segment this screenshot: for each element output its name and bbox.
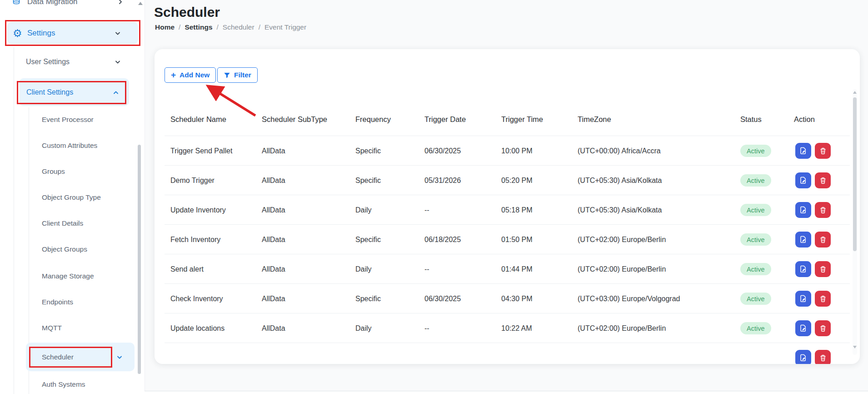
sidebar-item-auth-systems[interactable]: Auth Systems [0, 374, 145, 394]
column-header-action: Action [794, 115, 815, 124]
chevron-up-icon[interactable] [113, 89, 119, 96]
cell-name: Demo Trigger [170, 177, 215, 185]
sidebar-item-event-processor[interactable]: Event Processor [0, 109, 145, 130]
sidebar-item-groups[interactable]: Groups [0, 161, 145, 182]
chevron-right-icon[interactable] [117, 0, 124, 5]
cell-name: Fetch Inventory [170, 236, 220, 244]
delete-button[interactable] [815, 202, 831, 218]
sidebar-item-label: Endpoints [42, 298, 73, 306]
delete-button[interactable] [815, 143, 831, 159]
status-badge: Active [740, 204, 771, 216]
table-scroll-down-arrow-icon[interactable] [853, 346, 857, 349]
sidebar-item-client-settings[interactable]: Client Settings [0, 78, 145, 106]
cell-frequency: Specific [355, 236, 381, 244]
sidebar-item-label: Client Settings [26, 88, 73, 96]
edit-button[interactable] [795, 232, 811, 248]
sidebar-item-label: Auth Systems [42, 380, 85, 389]
footer-divider [145, 391, 868, 394]
cell-subtype: AllData [262, 236, 285, 244]
cell-timezone: (UTC+02:00) Europe/Berlin [578, 236, 666, 244]
filter-button[interactable]: Filter [217, 67, 258, 83]
chevron-down-icon[interactable] [116, 354, 123, 360]
sidebar-scrollbar-thumb[interactable] [138, 145, 141, 374]
cell-trigger-date: 06/30/2025 [424, 295, 461, 303]
cell-trigger-date: -- [424, 206, 429, 214]
delete-button[interactable] [815, 232, 831, 248]
cell-timezone: (UTC+05:30) Asia/Kolkata [578, 177, 662, 185]
edit-button[interactable] [795, 143, 811, 159]
status-badge: Active [740, 145, 771, 157]
delete-button[interactable] [815, 172, 831, 188]
sidebar-item-object-groups[interactable]: Object Groups [0, 239, 145, 260]
cell-timezone: (UTC+05:30) Asia/Kolkata [578, 206, 662, 214]
breadcrumb-event-trigger: Event Trigger [264, 23, 306, 31]
edit-button[interactable] [795, 172, 811, 188]
column-header-scheduler-name: Scheduler Name [170, 115, 226, 124]
column-header-scheduler-subtype: Scheduler SubType [262, 115, 327, 124]
delete-button[interactable] [815, 261, 831, 277]
sidebar-item-label: Groups [42, 167, 65, 176]
cell-timezone: (UTC+02:00) Europe/Berlin [578, 324, 666, 333]
table-scroll-up-arrow-icon[interactable] [853, 91, 857, 94]
sidebar-item-manage-storage[interactable]: Manage Storage [0, 266, 145, 287]
breadcrumb-separator: / [179, 23, 180, 31]
status-badge: Active [740, 322, 771, 334]
cell-name: Send alert [170, 265, 204, 273]
scheduler-table-card: + Add New Filter Scheduler NameScheduler… [155, 49, 860, 364]
delete-button[interactable] [815, 291, 831, 307]
table-scrollbar-thumb[interactable] [853, 97, 857, 251]
cell-name: Trigger Send Pallet [170, 147, 232, 155]
sidebar-item-user-settings[interactable]: User Settings [0, 51, 145, 73]
sidebar-item-scheduler[interactable]: Scheduler [0, 343, 145, 371]
add-new-label: Add New [180, 71, 210, 79]
column-header-timezone: TimeZone [578, 115, 611, 124]
breadcrumb-separator: / [217, 23, 219, 31]
sidebar-item-label: User Settings [26, 58, 70, 66]
table-row: Trigger Send PalletAllDataSpecific06/30/… [165, 136, 850, 166]
cell-timezone: (UTC+02:00) Europe/Berlin [578, 265, 666, 273]
cell-timezone: (UTC+00:00) Africa/Accra [578, 147, 661, 155]
edit-button[interactable] [795, 291, 811, 307]
table-row: Check InventoryAllDataSpecific06/30/2025… [165, 283, 850, 313]
delete-button[interactable] [815, 350, 831, 364]
breadcrumb-settings[interactable]: Settings [185, 23, 212, 31]
table-row: Fetch InventoryAllDataSpecific06/18/2025… [165, 224, 850, 254]
add-new-button[interactable]: + Add New [165, 67, 216, 83]
sidebar-item-endpoints[interactable]: Endpoints [0, 292, 145, 313]
sidebar-item-label: Data Migration [27, 0, 78, 6]
edit-button[interactable] [795, 261, 811, 277]
edit-button[interactable] [795, 350, 811, 364]
delete-button[interactable] [815, 320, 831, 336]
sidebar-item-mqtt[interactable]: MQTT [0, 318, 145, 338]
cell-trigger-time: 04:30 PM [501, 295, 532, 303]
cell-subtype: AllData [262, 177, 285, 185]
sidebar-item-label: Object Group Type [42, 193, 101, 202]
cell-frequency: Specific [355, 177, 381, 185]
cell-subtype: AllData [262, 206, 285, 214]
cell-subtype: AllData [262, 295, 285, 303]
chevron-down-icon[interactable] [115, 59, 121, 65]
status-badge: Active [740, 263, 771, 275]
chevron-down-icon[interactable] [115, 30, 121, 36]
breadcrumb-scheduler: Scheduler [223, 23, 254, 31]
sidebar-scroll-up-arrow-icon[interactable] [138, 2, 143, 5]
sidebar-item-client-details[interactable]: Client Details [0, 213, 145, 234]
column-header-frequency: Frequency [355, 115, 391, 124]
sidebar-item-data-migration[interactable]: Data Migration [0, 0, 145, 13]
cell-frequency: Daily [355, 324, 372, 333]
cell-trigger-date: -- [424, 265, 429, 273]
cell-frequency: Specific [355, 147, 381, 155]
plus-icon: + [171, 71, 176, 79]
sidebar-item-label: Client Details [42, 219, 83, 227]
edit-button[interactable] [795, 320, 811, 336]
sidebar: Data Migration⚙SettingsUser SettingsClie… [0, 0, 145, 394]
sidebar-item-object-group-type[interactable]: Object Group Type [0, 187, 145, 208]
edit-button[interactable] [795, 202, 811, 218]
sidebar-item-custom-attributes[interactable]: Custom Attributes [0, 135, 145, 156]
sidebar-item-label: Object Groups [42, 245, 87, 253]
sidebar-item-settings[interactable]: ⚙Settings [0, 22, 145, 44]
breadcrumb-home[interactable]: Home [155, 23, 175, 31]
sidebar-item-label: Custom Attributes [42, 141, 97, 150]
database-icon [12, 0, 21, 6]
cell-trigger-time: 05:18 PM [501, 206, 532, 214]
